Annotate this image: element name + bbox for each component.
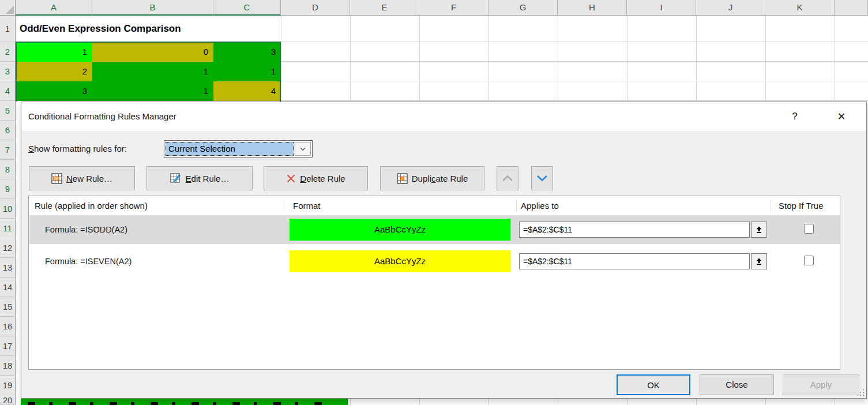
column-header-e[interactable]: E bbox=[350, 0, 419, 16]
row-header-2[interactable]: 2 bbox=[0, 42, 16, 62]
row-header-18[interactable]: 18 bbox=[0, 356, 16, 376]
edit-rule-pencil-icon bbox=[170, 173, 182, 184]
column-header-c[interactable]: C bbox=[213, 0, 281, 16]
chevron-up-icon bbox=[501, 174, 514, 182]
column-header-f[interactable]: F bbox=[419, 0, 489, 16]
applies-to-input[interactable] bbox=[519, 222, 750, 238]
rule-row-iseven[interactable]: Formula: =ISEVEN(A2) AaBbCcYyZz bbox=[29, 247, 840, 276]
move-rule-up-button[interactable] bbox=[497, 166, 518, 190]
row-header-16[interactable]: 16 bbox=[0, 317, 16, 336]
row-header-13[interactable]: 13 bbox=[0, 258, 16, 278]
close-icon[interactable]: ✕ bbox=[832, 108, 851, 125]
row-header-6[interactable]: 6 bbox=[0, 121, 16, 140]
row-header-8[interactable]: 8 bbox=[0, 160, 16, 179]
help-icon[interactable]: ? bbox=[786, 108, 804, 125]
header-format: Format bbox=[293, 196, 321, 215]
stop-if-true-checkbox[interactable] bbox=[804, 256, 814, 265]
format-preview: AaBbCcYyZz bbox=[290, 250, 510, 272]
row-header-4[interactable]: 4 bbox=[0, 81, 16, 101]
row-header-3[interactable]: 3 bbox=[0, 62, 16, 81]
row-header-20[interactable]: 20 bbox=[0, 395, 16, 405]
apply-button: Apply bbox=[783, 374, 859, 395]
column-header-j[interactable]: J bbox=[696, 0, 765, 16]
column-header-a[interactable]: A bbox=[16, 0, 92, 16]
edit-rule-button[interactable]: Edit Rule… bbox=[146, 166, 253, 190]
column-header-g[interactable]: G bbox=[489, 0, 558, 16]
resize-grip[interactable] bbox=[856, 389, 864, 396]
collapse-dialog-button[interactable] bbox=[751, 253, 767, 269]
header-separator bbox=[516, 200, 517, 212]
row20-clipped-text bbox=[28, 402, 328, 405]
close-button[interactable]: Close bbox=[700, 374, 774, 395]
gridline-row4 bbox=[281, 100, 868, 101]
column-header-k[interactable]: K bbox=[765, 0, 835, 16]
column-header-i[interactable]: I bbox=[627, 0, 696, 16]
row-header-column: 1 2 3 4 5 6 7 8 9 10 11 12 13 14 15 16 1… bbox=[0, 16, 16, 405]
cell-a3[interactable]: 2 bbox=[16, 62, 92, 81]
edit-rule-label: Edit Rule… bbox=[186, 174, 230, 183]
stop-if-true-checkbox[interactable] bbox=[804, 224, 814, 234]
row-header-19[interactable]: 19 bbox=[0, 376, 16, 395]
row20-gridlines bbox=[350, 399, 868, 405]
cell-a4[interactable]: 3 bbox=[16, 81, 92, 101]
cell-b2[interactable]: 0 bbox=[92, 42, 213, 62]
row-header-10[interactable]: 10 bbox=[0, 199, 16, 219]
header-applies-to: Applies to bbox=[521, 196, 559, 215]
column-header-stub bbox=[835, 0, 868, 16]
delete-x-icon bbox=[286, 174, 296, 183]
rule-formula: Formula: =ISODD(A2) bbox=[45, 215, 127, 244]
column-header-h[interactable]: H bbox=[558, 0, 627, 16]
rule-formula: Formula: =ISEVEN(A2) bbox=[45, 247, 131, 276]
rule-row-isodd[interactable]: Formula: =ISODD(A2) AaBbCcYyZz bbox=[29, 215, 840, 244]
collapse-dialog-icon bbox=[755, 257, 763, 265]
cell-c4[interactable]: 4 bbox=[213, 81, 281, 101]
duplicate-rule-button[interactable]: Duplicate Rule bbox=[380, 166, 484, 190]
show-rules-label: Show formatting rules for: bbox=[28, 140, 127, 158]
column-header-d[interactable]: D bbox=[281, 0, 350, 16]
dialog-title: Conditional Formatting Rules Manager bbox=[28, 102, 176, 131]
header-separator bbox=[284, 200, 284, 212]
duplicate-rule-label: Duplicate Rule bbox=[412, 174, 468, 183]
cell-c2[interactable]: 3 bbox=[213, 42, 281, 62]
row-header-15[interactable]: 15 bbox=[0, 297, 16, 317]
new-rule-button[interactable]: New Rule… bbox=[29, 166, 135, 190]
select-all-triangle bbox=[6, 6, 14, 14]
duplicate-rule-table-icon bbox=[397, 173, 408, 184]
collapse-dialog-button[interactable] bbox=[751, 222, 767, 238]
applies-to-input[interactable] bbox=[519, 253, 750, 269]
row-header-12[interactable]: 12 bbox=[0, 238, 16, 258]
gridline-row2 bbox=[281, 61, 868, 62]
row-header-14[interactable]: 14 bbox=[0, 278, 16, 297]
delete-rule-button[interactable]: Delete Rule bbox=[264, 166, 368, 190]
cell-a2[interactable]: 1 bbox=[16, 42, 92, 62]
new-rule-label: New Rule… bbox=[66, 174, 112, 183]
row-header-7[interactable]: 7 bbox=[0, 140, 16, 160]
collapse-dialog-icon bbox=[755, 226, 763, 234]
gridline-row3 bbox=[281, 81, 868, 81]
row-header-1[interactable]: 1 bbox=[0, 16, 16, 42]
delete-rule-label: Delete Rule bbox=[300, 174, 345, 183]
gridlines-vertical bbox=[281, 16, 868, 101]
format-preview: AaBbCcYyZz bbox=[290, 219, 510, 241]
row20-green-cells[interactable] bbox=[21, 399, 348, 405]
row-header-9[interactable]: 9 bbox=[0, 179, 16, 199]
conditional-formatting-dialog: Conditional Formatting Rules Manager ? ✕… bbox=[21, 102, 867, 399]
scope-dropdown[interactable]: Current Selection bbox=[164, 140, 313, 158]
header-rule: Rule (applied in order shown) bbox=[35, 196, 148, 215]
scope-dropdown-value: Current Selection bbox=[166, 142, 294, 156]
dropdown-button[interactable] bbox=[295, 142, 311, 156]
row-header-17[interactable]: 17 bbox=[0, 336, 16, 356]
select-all-corner[interactable] bbox=[0, 0, 16, 16]
header-separator bbox=[771, 200, 771, 212]
column-header-b[interactable]: B bbox=[92, 0, 213, 16]
gridline-row1 bbox=[281, 42, 868, 42]
move-rule-down-button[interactable] bbox=[531, 166, 553, 190]
row-header-11[interactable]: 11 bbox=[0, 219, 16, 238]
row-header-5[interactable]: 5 bbox=[0, 101, 16, 121]
ok-button[interactable]: OK bbox=[617, 374, 690, 395]
chevron-down-icon bbox=[299, 145, 307, 153]
cell-b3[interactable]: 1 bbox=[92, 62, 213, 81]
cell-a1-title[interactable]: Odd/Even Expression Comparison bbox=[16, 16, 281, 42]
cell-b4[interactable]: 1 bbox=[92, 81, 213, 101]
cell-c3[interactable]: 1 bbox=[213, 62, 281, 81]
